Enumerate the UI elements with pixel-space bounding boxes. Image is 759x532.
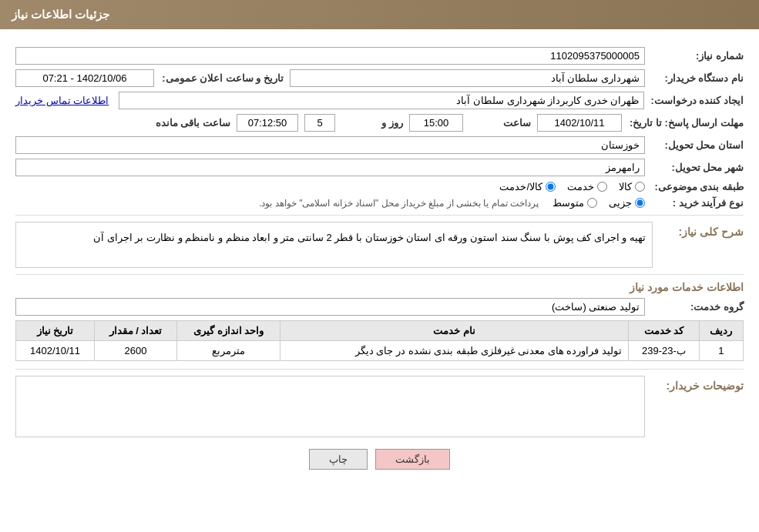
cell-date: 1402/10/11 <box>16 341 95 361</box>
print-button[interactable]: چاپ <box>309 449 368 470</box>
province-value: خوزستان <box>15 136 645 154</box>
category-goods-label: کالا <box>619 181 632 192</box>
reply-time-label: ساعت <box>469 117 531 129</box>
category-goods-service-radio[interactable] <box>546 182 556 192</box>
process-note: پرداخت تمام یا بخشی از مبلغ خریداز محل "… <box>259 198 539 209</box>
services-table: ردیف کد خدمت نام خدمت واحد اندازه گیری ت… <box>15 320 744 361</box>
buyer-org-label: نام دستگاه خریدار: <box>651 72 744 84</box>
table-row: 1 ب-23-239 تولید فراورده های معدنی غیرفل… <box>16 341 744 361</box>
reply-day-value: 5 <box>304 114 335 132</box>
category-goods-service-label: کالا/خدمت <box>499 181 542 192</box>
back-button[interactable]: بازگشت <box>375 449 450 470</box>
buyer-org-value: شهرداری سلطان آباد <box>290 69 645 87</box>
service-group-label: گروه خدمت: <box>651 301 744 313</box>
city-value: رامهرمز <box>15 159 645 176</box>
category-service-radio[interactable] <box>597 182 607 192</box>
category-label: طبقه بندی موضوعی: <box>651 181 744 192</box>
services-section-title: اطلاعات خدمات مورد نیاز <box>15 281 744 293</box>
reply-deadline-label: مهلت ارسال پاسخ: تا تاریخ: <box>628 117 744 129</box>
remaining-label: ساعت باقی مانده <box>156 117 230 129</box>
province-label: استان محل تحویل: <box>651 139 744 151</box>
process-label: نوع فرآیند خرید : <box>651 197 744 209</box>
process-medium-option[interactable]: متوسط <box>552 197 597 209</box>
need-number-value: 1102095375000005 <box>15 47 645 65</box>
need-desc-value: تهیه و اجرای کف پوش با سنگ سند استون ورق… <box>15 222 653 268</box>
category-goods-service-option[interactable]: کالا/خدمت <box>499 181 556 192</box>
col-header-date: تاریخ نیاز <box>16 321 95 341</box>
reply-day-label: روز و <box>341 117 403 129</box>
action-buttons: بازگشت چاپ <box>15 449 744 470</box>
need-number-label: شماره نیاز: <box>651 50 744 62</box>
reply-date-value: 1402/10/11 <box>537 114 622 132</box>
cell-row: 1 <box>699 341 743 361</box>
date-label: تاریخ و ساعت اعلان عمومی: <box>160 72 284 84</box>
remaining-value: 07:12:50 <box>237 114 298 132</box>
need-desc-label: شرح کلی نیاز: <box>659 222 744 238</box>
process-radio-group: متوسط جزیی <box>552 197 645 209</box>
buyer-notes-label: توضیحات خریدار: <box>651 376 744 392</box>
col-header-qty: تعداد / مقدار <box>95 321 177 341</box>
category-goods-radio[interactable] <box>635 182 645 192</box>
cell-quantity: 2600 <box>95 341 177 361</box>
process-partial-option[interactable]: جزیی <box>609 197 645 209</box>
category-service-option[interactable]: خدمت <box>567 181 607 192</box>
process-partial-radio[interactable] <box>635 198 645 208</box>
col-header-code: کد خدمت <box>628 321 699 341</box>
cell-name: تولید فراورده های معدنی غیرفلزی طبقه بند… <box>280 341 629 361</box>
col-header-row: ردیف <box>699 321 743 341</box>
buyer-notes-textarea[interactable] <box>15 376 645 437</box>
city-label: شهر محل تحویل: <box>651 162 744 173</box>
process-medium-radio[interactable] <box>587 198 597 208</box>
category-service-label: خدمت <box>567 181 594 192</box>
cell-code: ب-23-239 <box>628 341 699 361</box>
cell-unit: مترمربع <box>176 341 280 361</box>
process-partial-label: جزیی <box>609 197 632 209</box>
creator-label: ایجاد کننده درخواست: <box>650 95 744 106</box>
col-header-unit: واحد اندازه گیری <box>176 321 280 341</box>
category-radio-group: کالا/خدمت خدمت کالا <box>499 181 645 192</box>
category-goods-option[interactable]: کالا <box>619 181 645 192</box>
page-title: جزئیات اطلاعات نیاز <box>12 8 109 21</box>
contact-link[interactable]: اطلاعات تماس خریدار <box>15 95 109 106</box>
col-header-name: نام خدمت <box>280 321 629 341</box>
service-group-value: تولید صنعتی (ساخت) <box>15 298 645 316</box>
creator-value: ظهران خدری کاربرداز شهرداری سلطان آباد <box>119 92 644 109</box>
page-header: جزئیات اطلاعات نیاز <box>0 0 759 29</box>
date-value: 1402/10/06 - 07:21 <box>15 69 154 87</box>
reply-time-value: 15:00 <box>409 114 463 132</box>
process-medium-label: متوسط <box>552 197 584 209</box>
